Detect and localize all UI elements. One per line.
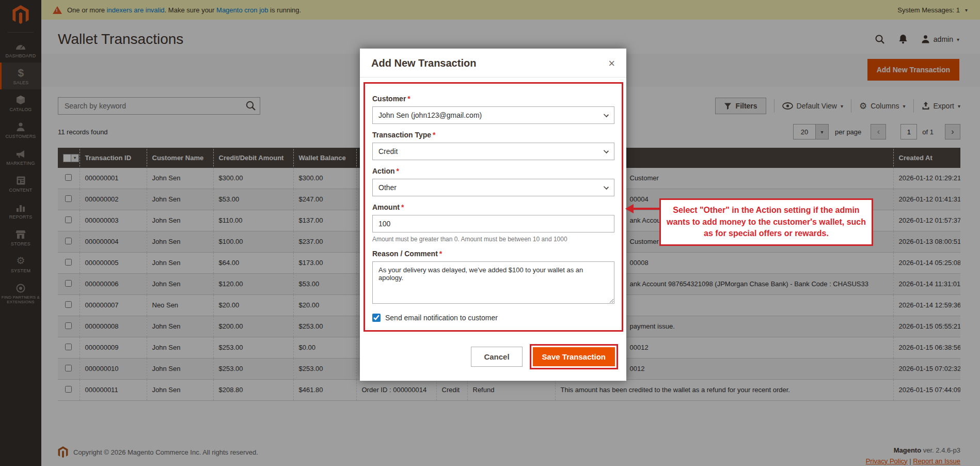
action-label: Action* — [372, 167, 614, 175]
chevron-down-icon — [604, 184, 609, 190]
chevron-down-icon — [604, 112, 609, 117]
close-icon[interactable]: × — [608, 58, 615, 69]
transaction-type-select[interactable]: Credit — [372, 143, 614, 160]
annotation-arrow-line — [633, 208, 660, 210]
customer-label: Customer* — [372, 95, 614, 103]
chevron-down-icon — [604, 148, 609, 153]
annotation-callout: Select "Other" in the Action setting if … — [659, 198, 873, 246]
cancel-button[interactable]: Cancel — [471, 347, 522, 367]
amount-input[interactable] — [372, 215, 614, 232]
annotation-arrow-head-icon — [625, 204, 634, 213]
transaction-type-label: Transaction Type* — [372, 131, 614, 139]
modal-title: Add New Transaction — [371, 57, 476, 69]
action-select[interactable]: Other — [372, 179, 614, 196]
form-highlight-annotation: Customer* John Sen (john123@gmail.com) T… — [363, 82, 623, 332]
send-email-checkbox[interactable] — [372, 314, 381, 322]
save-transaction-button[interactable]: Save Transaction — [533, 347, 615, 366]
amount-label: Amount* — [372, 203, 614, 211]
reason-textarea[interactable]: As your delivery was delayed, we've adde… — [372, 261, 614, 304]
send-email-label: Send email notification to customer — [385, 314, 498, 322]
amount-hint: Amount must be greater than 0. Amount mu… — [372, 236, 614, 243]
save-button-highlight-annotation: Save Transaction — [530, 344, 618, 369]
add-transaction-modal: Add New Transaction × Customer* John Sen… — [360, 49, 626, 381]
customer-select[interactable]: John Sen (john123@gmail.com) — [372, 106, 614, 124]
reason-label: Reason / Comment* — [372, 250, 614, 258]
